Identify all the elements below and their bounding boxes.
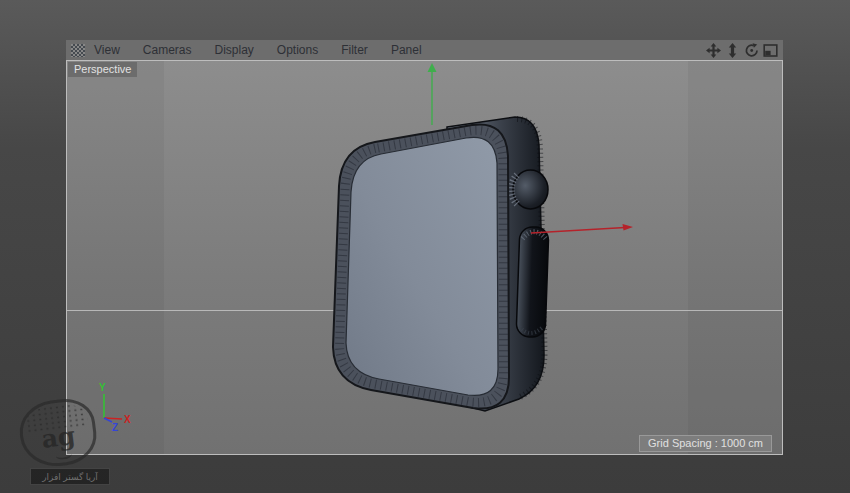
watch-digital-crown: [511, 170, 548, 209]
menu-panel[interactable]: Panel: [391, 43, 422, 57]
desktop-background: { "menubar": { "items": [ { "label": "Vi…: [0, 0, 850, 493]
y-axis-handle[interactable]: [428, 63, 437, 125]
watermark-logo: ag آریا گستر افزار: [6, 400, 122, 492]
viewport-panel: View Cameras Display Options Filter Pane…: [66, 40, 783, 455]
menu-view[interactable]: View: [94, 43, 120, 57]
menu-filter[interactable]: Filter: [341, 43, 368, 57]
toggle-layout-icon[interactable]: [762, 42, 779, 58]
zoom-view-icon[interactable]: [724, 42, 741, 58]
watch-side-button: [516, 227, 549, 338]
watch-model-render: Y X Z: [67, 61, 782, 454]
menu-grip-icon[interactable]: [71, 44, 85, 57]
move-view-icon[interactable]: [705, 42, 722, 58]
axis-label-x: X: [124, 414, 131, 425]
watch-front-face: [346, 137, 498, 395]
menu-items: View Cameras Display Options Filter Pane…: [94, 43, 422, 57]
x-axis-handle[interactable]: [531, 224, 633, 233]
watermark-caption: آریا گستر افزار: [30, 468, 110, 485]
viewport-menubar: View Cameras Display Options Filter Pane…: [66, 40, 783, 60]
watermark-face-icon: ag: [16, 396, 99, 471]
viewport-nav-icons: [705, 42, 779, 58]
watermark-logo-text: ag: [40, 423, 76, 452]
menu-cameras[interactable]: Cameras: [143, 43, 192, 57]
viewport-canvas[interactable]: Y X Z Perspective Grid Spacing : 1000 cm: [66, 60, 783, 455]
rotate-view-icon[interactable]: [743, 42, 760, 58]
menu-display[interactable]: Display: [214, 43, 253, 57]
camera-label[interactable]: Perspective: [68, 62, 137, 77]
watermark-smile: [55, 450, 72, 461]
menu-options[interactable]: Options: [277, 43, 318, 57]
grid-spacing-readout: Grid Spacing : 1000 cm: [639, 435, 772, 452]
axis-label-y: Y: [99, 382, 106, 393]
